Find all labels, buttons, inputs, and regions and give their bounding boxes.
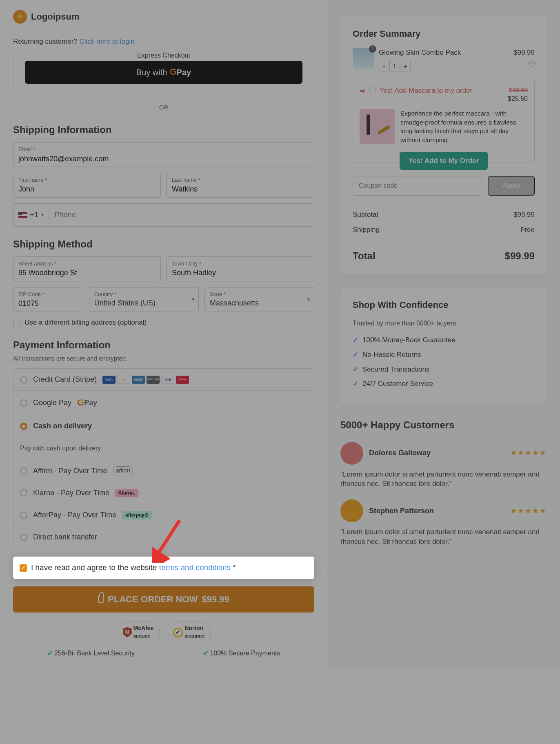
place-order-button[interactable]: PLACE ORDER NOW $99.99 bbox=[13, 586, 314, 613]
product-price: $99.99 bbox=[513, 48, 535, 58]
login-link[interactable]: Click here to login bbox=[80, 38, 135, 45]
diff-billing-checkbox[interactable] bbox=[13, 319, 20, 326]
check-icon: ✓ bbox=[353, 365, 358, 374]
phone-field[interactable]: +1 ▾ bbox=[13, 203, 314, 227]
phone-input[interactable] bbox=[55, 211, 309, 219]
payment-bank-label: Direct bank transfer bbox=[33, 532, 97, 542]
apply-coupon-button[interactable]: Apply bbox=[488, 176, 535, 196]
klarna-logo-icon: Klarna. bbox=[115, 489, 138, 497]
upsell-checkbox[interactable] bbox=[369, 87, 376, 93]
payment-cc[interactable]: Credit Card (Stripe) VISA ●● AMEX DISCOV… bbox=[13, 369, 314, 391]
chevron-down-icon: ▾ bbox=[41, 212, 44, 218]
last-name-input[interactable] bbox=[172, 185, 309, 194]
phone-prefix-text: +1 bbox=[30, 209, 39, 221]
zip-field[interactable]: ZIP Code * bbox=[13, 287, 83, 312]
chevron-down-icon: ▾ bbox=[192, 296, 194, 303]
or-divider: OR bbox=[13, 103, 314, 111]
country-field[interactable]: Country * United States (US) ▾ bbox=[89, 287, 199, 312]
terms-link[interactable]: terms and conditions bbox=[159, 563, 231, 572]
gpay-logo-icon: G Pay bbox=[169, 66, 191, 78]
payment-gpay-label: Google Pay bbox=[33, 398, 71, 408]
last-name-field[interactable]: Last name * bbox=[167, 173, 314, 198]
radio-icon bbox=[20, 467, 27, 474]
highlight-arrow-icon bbox=[152, 518, 184, 563]
first-name-input[interactable] bbox=[18, 185, 156, 194]
diff-billing-row[interactable]: Use a different billing address (optiona… bbox=[13, 318, 314, 327]
payment-klarna-label: Klarna - Pay Over Time bbox=[33, 488, 109, 498]
security-seals: M McAfeeSECURE ✓ NortonSECURED bbox=[13, 621, 314, 643]
card-icons: VISA ●● AMEX DISCOVER JCB Union bbox=[102, 376, 189, 384]
logo-text: Logoipsum bbox=[31, 11, 80, 23]
radio-selected-icon bbox=[20, 423, 27, 430]
reviews-title: 5000+ Happy Customers bbox=[340, 418, 547, 432]
upsell-box: ➡ Yes! Add Mascara to my order $30.00 $2… bbox=[353, 79, 535, 163]
review-text: "Lorem ipsum dolor si amet parturient nu… bbox=[340, 470, 547, 489]
state-label: State * bbox=[210, 291, 309, 298]
state-field[interactable]: State * Massachusetts ▾ bbox=[204, 287, 314, 312]
chevron-down-icon: ▾ bbox=[307, 296, 310, 303]
payment-klarna[interactable]: Klarna - Pay Over Time Klarna. bbox=[13, 482, 314, 504]
email-label: Email * bbox=[18, 146, 309, 153]
street-label: Street address * bbox=[18, 260, 156, 267]
coupon-input[interactable] bbox=[353, 176, 482, 196]
first-name-label: First name * bbox=[18, 176, 156, 184]
review-item: Dolores Galloway ★★★★★ "Lorem ipsum dolo… bbox=[340, 442, 547, 489]
city-field[interactable]: Town / City * bbox=[167, 256, 314, 281]
trust-item: ✓Secured Transactions bbox=[353, 365, 535, 374]
upsell-old-price: $30.00 bbox=[508, 86, 528, 94]
trust-item: ✓24/7 Customer Service bbox=[353, 379, 535, 389]
returning-text: Returning customer? bbox=[13, 38, 80, 45]
product-image: 1 bbox=[353, 48, 374, 69]
first-name-field[interactable]: First name * bbox=[13, 173, 161, 198]
email-field[interactable]: Email * bbox=[13, 142, 314, 167]
city-input[interactable] bbox=[172, 269, 309, 277]
zip-input[interactable] bbox=[18, 299, 78, 308]
total-label: Total bbox=[353, 249, 376, 263]
terms-post: * bbox=[231, 563, 236, 572]
qty-plus-button[interactable]: + bbox=[400, 61, 411, 71]
diff-billing-label: Use a different billing address (optiona… bbox=[24, 318, 147, 327]
shield-icon: M bbox=[123, 627, 132, 638]
country-value: United States (US) bbox=[94, 298, 193, 308]
brand-logo: ⚡ Logoipsum bbox=[13, 10, 314, 24]
radio-icon bbox=[20, 512, 27, 519]
check-icon: ✓ bbox=[353, 379, 358, 389]
phone-prefix-selector[interactable]: +1 ▾ bbox=[18, 209, 49, 221]
bullet-secure: 100% Secure Payments bbox=[203, 649, 280, 658]
gpay-button[interactable]: Buy with G Pay bbox=[25, 61, 302, 84]
terms-pre: I have read and agree to the website bbox=[31, 563, 159, 572]
reviewer-name: Dolores Galloway bbox=[369, 448, 504, 458]
street-input[interactable] bbox=[18, 269, 156, 277]
payment-gpay[interactable]: Google Pay G Pay bbox=[13, 391, 314, 415]
qty-stepper: - + bbox=[379, 61, 509, 71]
remove-item-button[interactable]: ✕ bbox=[528, 60, 535, 67]
city-label: Town / City * bbox=[172, 260, 309, 267]
upsell-prices: $30.00 $25.50 bbox=[508, 86, 528, 103]
upsell-desc: Experience the perfect mascara - with sm… bbox=[400, 109, 528, 145]
trust-item: ✓100% Money-Back Guarantee bbox=[353, 335, 535, 345]
security-bullets: 256-Bit Bank Level Security 100% Secure … bbox=[13, 649, 314, 658]
payment-cod-label: Cash on delivery bbox=[33, 421, 92, 431]
subtotal-value: $99.99 bbox=[513, 210, 535, 220]
upsell-add-button[interactable]: Yes! Add to My Order bbox=[400, 152, 488, 170]
norton-seal: ✓ NortonSECURED bbox=[167, 621, 211, 643]
street-field[interactable]: Street address * bbox=[13, 256, 161, 281]
terms-checkbox[interactable]: ✓ bbox=[20, 564, 27, 572]
shipping-cost-value: Free bbox=[520, 225, 535, 235]
arrow-right-icon: ➡ bbox=[360, 87, 365, 96]
norton-check-icon: ✓ bbox=[173, 628, 183, 637]
qty-input[interactable] bbox=[389, 61, 400, 71]
afterpay-logo-icon: afterpay⊖ bbox=[122, 511, 152, 519]
qty-minus-button[interactable]: - bbox=[379, 61, 389, 71]
trust-item: ✓No-Hassle Returns bbox=[353, 350, 535, 360]
logo-icon: ⚡ bbox=[13, 10, 27, 24]
payment-cod[interactable]: Cash on delivery bbox=[13, 415, 314, 437]
radio-icon bbox=[20, 376, 27, 383]
order-summary-title: Order Summary bbox=[353, 28, 535, 40]
terms-row[interactable]: ✓ I have read and agree to the website t… bbox=[13, 557, 314, 579]
payment-affirm[interactable]: Affirm - Pay Over Time affirm bbox=[13, 460, 314, 482]
confidence-title: Shop With Confidence bbox=[353, 299, 535, 312]
check-icon: ✓ bbox=[353, 335, 358, 345]
confidence-sub: Trusted by more than 5000+ buyers bbox=[353, 319, 535, 328]
email-input[interactable] bbox=[18, 155, 309, 163]
